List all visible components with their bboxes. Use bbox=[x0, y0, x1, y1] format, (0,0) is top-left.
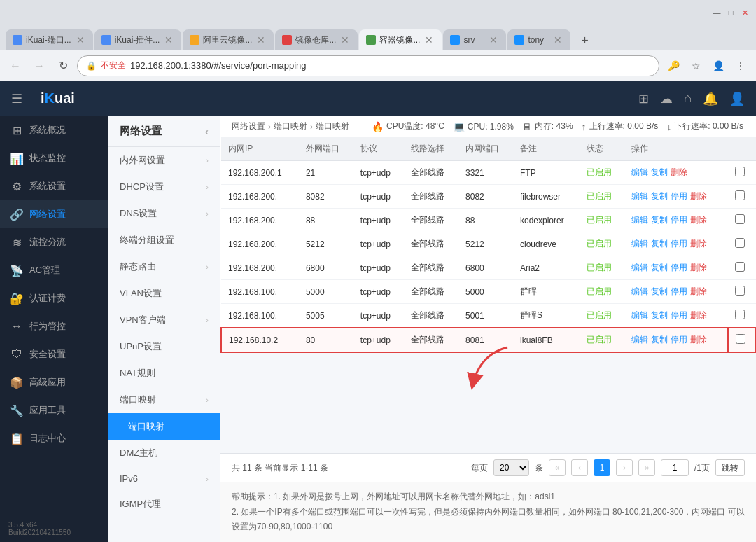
row-checkbox[interactable] bbox=[735, 214, 745, 224]
sidebar-item-logs[interactable]: 📋 日志中心 bbox=[0, 424, 108, 452]
delete-btn[interactable]: 删除 bbox=[690, 190, 707, 202]
sidebar-item-overview[interactable]: ⊞ 系统概况 bbox=[0, 116, 108, 144]
bookmark-button[interactable]: ☆ bbox=[686, 56, 706, 76]
profile-button[interactable]: 👤 bbox=[708, 56, 728, 76]
tab-mirror[interactable]: 镜像仓库... ✕ bbox=[275, 29, 358, 50]
sec-sidebar-collapse-icon[interactable]: ‹ bbox=[205, 125, 209, 137]
tab-ikuai1[interactable]: iKuai-端口... ✕ bbox=[6, 29, 93, 50]
per-page-select[interactable]: 10 20 50 100 bbox=[493, 459, 529, 476]
sidebar-item-behavior[interactable]: ↔ 行为管控 bbox=[0, 312, 108, 340]
page-jump-input[interactable] bbox=[661, 459, 689, 476]
sidebar-item-advanced[interactable]: 📦 高级应用 bbox=[0, 368, 108, 396]
copy-btn[interactable]: 复制 bbox=[651, 190, 668, 202]
row-checkbox[interactable] bbox=[735, 238, 745, 248]
copy-btn[interactable]: 复制 bbox=[651, 262, 668, 274]
sec-sidebar-item-dhcp[interactable]: DHCP设置 › bbox=[108, 174, 220, 200]
row-checkbox[interactable] bbox=[735, 310, 745, 319]
copy-btn[interactable]: 复制 bbox=[651, 214, 668, 226]
bell-icon[interactable]: 🔔 bbox=[703, 91, 718, 106]
sec-sidebar-item-vpn[interactable]: VPN客户端 › bbox=[108, 307, 220, 333]
disable-btn[interactable]: 停用 bbox=[671, 310, 687, 321]
tab-close-4[interactable]: ✕ bbox=[340, 35, 351, 45]
sec-sidebar-item-port-mapping-parent[interactable]: 端口映射 › bbox=[108, 387, 220, 413]
user-top-icon[interactable]: 👤 bbox=[729, 91, 745, 106]
edit-btn[interactable]: 编辑 bbox=[631, 286, 648, 298]
home-icon[interactable]: ⌂ bbox=[684, 91, 692, 106]
row-checkbox[interactable] bbox=[736, 334, 746, 344]
sec-sidebar-item-nat[interactable]: NAT规则 bbox=[108, 360, 220, 387]
refresh-button[interactable]: ↻ bbox=[53, 56, 73, 76]
sidebar-item-traffic[interactable]: ≋ 流控分流 bbox=[0, 228, 108, 256]
edit-btn[interactable]: 编辑 bbox=[631, 238, 648, 250]
back-button[interactable]: ← bbox=[6, 56, 25, 76]
tab-close-1[interactable]: ✕ bbox=[75, 35, 86, 45]
last-page-btn[interactable]: » bbox=[638, 459, 655, 476]
tab-close-5[interactable]: ✕ bbox=[424, 35, 435, 45]
delete-btn[interactable]: 删除 bbox=[690, 334, 707, 346]
sec-sidebar-item-port-mapping[interactable]: 端口映射 bbox=[108, 413, 220, 440]
sec-sidebar-item-ipv6[interactable]: IPv6 › bbox=[108, 466, 220, 491]
tab-ikuai2[interactable]: iKuai-插件... ✕ bbox=[94, 29, 182, 50]
tab-close-2[interactable]: ✕ bbox=[163, 35, 174, 45]
delete-btn[interactable]: 删除 bbox=[671, 167, 687, 179]
edit-btn[interactable]: 编辑 bbox=[631, 262, 648, 274]
sidebar-item-auth[interactable]: 🔐 认证计费 bbox=[0, 284, 108, 312]
copy-btn[interactable]: 复制 bbox=[651, 310, 668, 321]
edit-btn[interactable]: 编辑 bbox=[631, 214, 648, 226]
hamburger-icon[interactable]: ☰ bbox=[11, 91, 22, 106]
row-checkbox[interactable] bbox=[735, 286, 745, 296]
minimize-button[interactable]: — bbox=[711, 7, 722, 18]
disable-btn[interactable]: 停用 bbox=[671, 190, 687, 202]
page-1-btn[interactable]: 1 bbox=[594, 459, 610, 476]
key-icon-button[interactable]: 🔑 bbox=[664, 56, 683, 76]
jump-button[interactable]: 跳转 bbox=[715, 459, 745, 476]
forward-button[interactable]: → bbox=[29, 56, 49, 76]
copy-btn[interactable]: 复制 bbox=[651, 286, 668, 298]
delete-btn[interactable]: 删除 bbox=[690, 310, 707, 321]
sec-sidebar-item-dmz[interactable]: DMZ主机 bbox=[108, 440, 220, 466]
row-checkbox[interactable] bbox=[735, 190, 745, 200]
tab-aliyun[interactable]: 阿里云镜像... ✕ bbox=[183, 29, 274, 50]
row-checkbox[interactable] bbox=[735, 262, 745, 272]
sidebar-item-sysset[interactable]: ⚙ 系统设置 bbox=[0, 172, 108, 200]
tab-close-3[interactable]: ✕ bbox=[255, 35, 267, 45]
sidebar-item-tools[interactable]: 🔧 应用工具 bbox=[0, 396, 108, 424]
tab-container[interactable]: 容器镜像... ✕ bbox=[359, 29, 442, 50]
edit-btn[interactable]: 编辑 bbox=[631, 190, 648, 202]
sec-sidebar-item-upnp[interactable]: UPnP设置 bbox=[108, 333, 220, 360]
tab-tony[interactable]: tony ✕ bbox=[507, 29, 570, 50]
disable-btn[interactable]: 停用 bbox=[671, 334, 687, 346]
edit-btn[interactable]: 编辑 bbox=[631, 334, 648, 346]
disable-btn[interactable]: 停用 bbox=[671, 262, 687, 274]
copy-btn[interactable]: 复制 bbox=[651, 334, 668, 346]
prev-page-btn[interactable]: ‹ bbox=[571, 459, 588, 476]
sidebar-item-netset[interactable]: 🔗 网络设置 bbox=[0, 200, 108, 228]
delete-btn[interactable]: 删除 bbox=[690, 286, 707, 298]
sidebar-item-monitor[interactable]: 📊 状态监控 bbox=[0, 144, 108, 172]
first-page-btn[interactable]: « bbox=[549, 459, 566, 476]
copy-btn[interactable]: 复制 bbox=[651, 167, 668, 179]
row-checkbox[interactable] bbox=[735, 167, 745, 176]
sidebar-item-ac[interactable]: 📡 AC管理 bbox=[0, 256, 108, 284]
disable-btn[interactable]: 停用 bbox=[671, 286, 687, 298]
edit-btn[interactable]: 编辑 bbox=[631, 310, 648, 321]
close-button[interactable]: ✕ bbox=[739, 7, 750, 18]
sec-sidebar-item-inner-outer[interactable]: 内外网设置 › bbox=[108, 147, 220, 174]
grid-icon[interactable]: ⊞ bbox=[638, 91, 649, 106]
sidebar-item-security[interactable]: 🛡 安全设置 bbox=[0, 340, 108, 368]
next-page-btn[interactable]: › bbox=[616, 459, 633, 476]
tab-close-6[interactable]: ✕ bbox=[488, 35, 499, 45]
delete-btn[interactable]: 删除 bbox=[690, 214, 707, 226]
disable-btn[interactable]: 停用 bbox=[671, 214, 687, 226]
tab-close-7[interactable]: ✕ bbox=[552, 35, 564, 45]
edit-btn[interactable]: 编辑 bbox=[631, 167, 648, 179]
sec-sidebar-item-igmp[interactable]: IGMP代理 bbox=[108, 491, 220, 517]
maximize-button[interactable]: □ bbox=[725, 7, 736, 18]
sec-sidebar-item-dns[interactable]: DNS设置 › bbox=[108, 200, 220, 227]
sec-sidebar-item-terminal-group[interactable]: 终端分组设置 bbox=[108, 227, 220, 253]
copy-btn[interactable]: 复制 bbox=[651, 238, 668, 250]
delete-btn[interactable]: 删除 bbox=[690, 262, 707, 274]
address-bar[interactable]: 🔒 不安全 192.168.200.1:3380/#/service/port-… bbox=[77, 55, 659, 76]
tab-srv[interactable]: srv ✕ bbox=[443, 29, 506, 50]
cloud-icon[interactable]: ☁ bbox=[660, 91, 673, 106]
